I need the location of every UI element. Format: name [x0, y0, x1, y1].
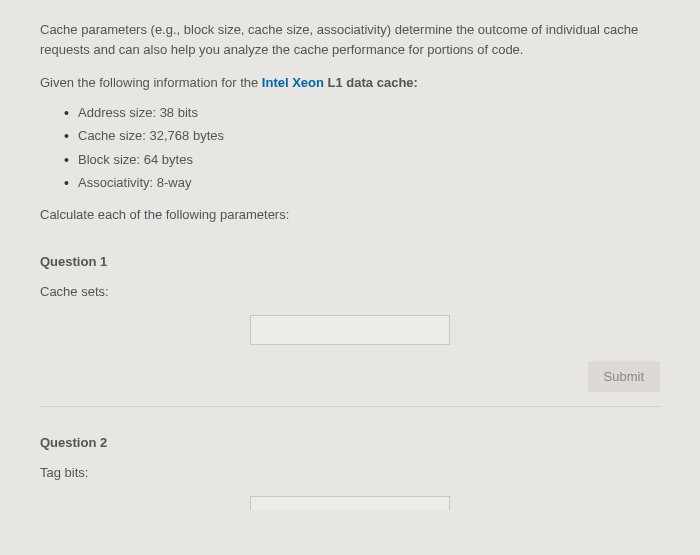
question-1-title: Question 1: [40, 252, 660, 272]
cache-bold: L1 data cache:: [324, 75, 418, 90]
spec-item: Block size: 64 bytes: [64, 150, 660, 170]
spec-list: Address size: 38 bits Cache size: 32,768…: [40, 103, 660, 193]
question-1-label: Cache sets:: [40, 282, 660, 302]
question-2-input[interactable]: [250, 496, 450, 510]
given-info: Given the following information for the …: [40, 73, 660, 93]
question-1-input[interactable]: [250, 315, 450, 345]
question-2-block: Question 2 Tag bits:: [40, 433, 660, 510]
question-2-label: Tag bits:: [40, 463, 660, 483]
intro-paragraph: Cache parameters (e.g., block size, cach…: [40, 20, 660, 59]
spec-item: Associativity: 8-way: [64, 173, 660, 193]
given-prefix: Given the following information for the: [40, 75, 262, 90]
question-1-block: Question 1 Cache sets: Submit: [40, 252, 660, 392]
question-2-input-row: [40, 496, 660, 510]
question-1-input-row: [40, 315, 660, 345]
submit-row: Submit: [40, 361, 660, 392]
submit-button[interactable]: Submit: [588, 361, 660, 392]
calculate-instruction: Calculate each of the following paramete…: [40, 205, 660, 225]
intel-xeon-link[interactable]: Intel Xeon: [262, 75, 324, 90]
question-2-title: Question 2: [40, 433, 660, 453]
spec-item: Address size: 38 bits: [64, 103, 660, 123]
spec-item: Cache size: 32,768 bytes: [64, 126, 660, 146]
divider: [40, 406, 660, 407]
